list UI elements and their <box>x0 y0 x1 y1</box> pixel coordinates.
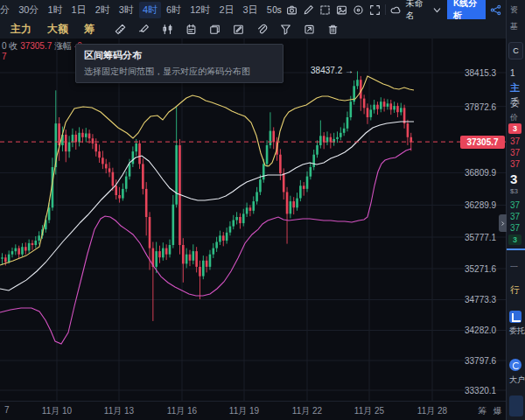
collapse-dash[interactable]: 一 <box>510 262 518 273</box>
price-tick: 33797.6 <box>465 356 496 366</box>
ask-row: 37 <box>510 136 520 146</box>
timeframe-toolbar: 5分30分1时1日2时3时4时6时12时2日3日5日 0s 未命名 K线分析 <box>0 0 506 20</box>
price-tick: 36809.9 <box>465 168 496 178</box>
tooltip-title: 区间筹码分布 <box>84 49 275 62</box>
note-icon[interactable] <box>233 24 244 35</box>
timeframe-2日[interactable]: 2日 <box>215 2 237 18</box>
timeframe-5分[interactable]: 5分 <box>0 2 13 18</box>
axis-chip-0[interactable]: 筹 <box>478 405 486 417</box>
timeframe-3日[interactable]: 3日 <box>240 2 262 18</box>
orderbook-tab-alt[interactable]: 委 <box>510 96 520 109</box>
orderbook-tab-main[interactable]: 主 <box>510 81 520 94</box>
date-tick: 11月 13 <box>104 405 134 417</box>
symbol-selector[interactable]: C <box>508 42 523 60</box>
copy-icon[interactable] <box>209 24 220 35</box>
last-price-usd: $3 <box>510 187 518 195</box>
bid-row: 37 <box>510 212 520 221</box>
timeframe-30分[interactable]: 30分 <box>15 2 42 18</box>
date-tick: 11月 10 <box>42 405 72 417</box>
timeframe-list: 5分30分1时1日2时3时4时6时12时2日3日5日 <box>0 2 272 18</box>
current-price-label: 37305.7 <box>460 136 505 149</box>
tab-主力[interactable]: 主力 <box>10 22 32 37</box>
date-tick: 11月 22 <box>292 405 322 417</box>
paperclip-icon[interactable] <box>256 24 268 35</box>
tab-indicator <box>507 248 525 250</box>
price-tick: 33320.1 <box>465 386 496 396</box>
panel-tab-fragment[interactable]: 资 <box>510 4 518 16</box>
whale-label: 大户 <box>509 374 525 386</box>
panel-tab-fragment[interactable]: 基 <box>510 21 518 32</box>
timeframe-12时[interactable]: 12时 <box>186 2 214 18</box>
date-tick: 11月 25 <box>354 405 384 417</box>
whale-icon[interactable] <box>509 359 522 371</box>
timeframe-2时[interactable]: 2时 <box>92 2 114 18</box>
timeframe-1日[interactable]: 1日 <box>68 2 90 18</box>
price-tick: 34282.0 <box>465 326 496 335</box>
ohlc-info-line2: 7 <box>2 52 7 61</box>
trading-app: 5分30分1时1日2时3时4时6时12时2日3日5日 0s 未命名 K线分析 主… <box>0 0 525 420</box>
boll-lower <box>0 149 411 344</box>
camera-icon[interactable] <box>286 4 298 16</box>
date-tick: 11月 19 <box>229 405 259 417</box>
tooltip: 区间筹码分布 选择固定时间范围，显示对应的筹码分布图 <box>75 44 284 83</box>
high-annotation: 38437.2 → <box>290 66 354 75</box>
chart-area[interactable]: 0 收 37305.7 涨幅 -0 7 38437.2 → 38415.3378… <box>0 38 506 401</box>
chevron-right-icon <box>500 220 506 227</box>
trash-icon[interactable] <box>327 24 339 35</box>
orders-icon[interactable] <box>509 311 522 323</box>
chevron-down-icon[interactable] <box>431 4 443 16</box>
timeframe-3时[interactable]: 3时 <box>116 2 137 18</box>
timeframe-5日[interactable]: 5日 <box>263 2 273 18</box>
ask-pill: 3 <box>508 123 522 134</box>
range-icon[interactable] <box>186 24 197 35</box>
quote-tab[interactable]: 行 <box>510 284 520 297</box>
tooltip-description: 选择固定时间范围，显示对应的筹码分布图 <box>84 66 275 78</box>
cloud-icon <box>390 4 402 16</box>
orders-label: 委托 <box>509 326 525 337</box>
price-tick: 34773.3 <box>465 295 496 304</box>
pencil-icon[interactable] <box>303 4 314 16</box>
candlestick-chart[interactable] <box>0 38 506 401</box>
fullscreen-icon[interactable] <box>369 4 381 16</box>
image-icon[interactable] <box>336 4 347 16</box>
ohlc-info: 0 收 37305.7 涨幅 -0 <box>2 40 82 52</box>
price-tick: 35777.1 <box>465 233 496 242</box>
price-tick: 38415.3 <box>465 68 496 78</box>
timeframe-4时[interactable]: 4时 <box>139 2 161 18</box>
funnel-icon[interactable] <box>280 24 291 35</box>
timeframe-6时[interactable]: 6时 <box>163 2 185 18</box>
close-value: 37305.7 <box>20 41 52 51</box>
ask-row: 37 <box>510 148 520 158</box>
export-icon[interactable] <box>304 24 315 35</box>
price-tick: 36289.9 <box>465 200 496 210</box>
price-column-header: 价 <box>510 112 518 123</box>
panel-button-fragment[interactable] <box>509 396 523 416</box>
date-tick: 11月 28 <box>417 405 447 417</box>
indicator-toolbar: 主力大额筹 <box>0 19 506 39</box>
dashed-square-icon[interactable] <box>319 4 331 16</box>
timeframe-1时[interactable]: 1时 <box>44 2 66 18</box>
price-tick: 37872.6 <box>465 102 496 112</box>
last-price: 3 <box>510 172 517 186</box>
countdown-label: 0s <box>272 5 282 15</box>
target-icon[interactable] <box>353 4 364 16</box>
pen-wave-icon[interactable] <box>138 24 150 35</box>
ruler-icon[interactable] <box>115 24 126 35</box>
axis-chip-1[interactable]: 爆 <box>494 405 502 417</box>
share-icon[interactable] <box>490 4 501 16</box>
date-tick: 11月 16 <box>167 405 197 417</box>
bid-row: 37 <box>510 200 520 210</box>
date-axis: 711月 1011月 1311月 1611月 1911月 2211月 2511月… <box>0 401 506 420</box>
tab-筹[interactable]: 筹 <box>84 22 94 37</box>
leverage-label: 1 <box>510 68 515 78</box>
ask-row: 37 <box>510 159 520 169</box>
date-tick: 7 <box>4 405 10 415</box>
bid-pill: 3 <box>508 234 522 245</box>
divider <box>385 4 386 15</box>
price-tick: 35271.6 <box>465 264 496 274</box>
tab-大额[interactable]: 大额 <box>47 22 68 37</box>
bid-row: 37 <box>510 223 520 233</box>
panel-collapse-handle[interactable] <box>499 214 507 232</box>
right-panel: 资 基 C 1 主 委 价 3 373737 3 $3 373737 3 一 行… <box>506 0 525 420</box>
candles-icon[interactable] <box>162 24 173 35</box>
